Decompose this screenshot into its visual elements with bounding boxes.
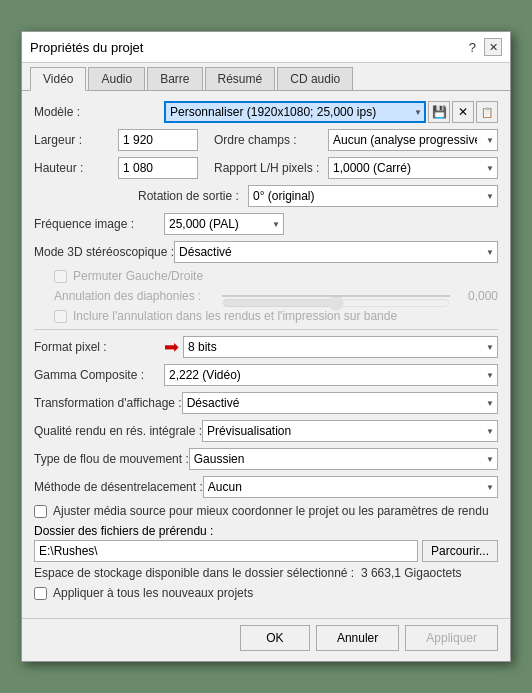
rotation-label: Rotation de sortie : [138, 189, 248, 203]
annuler-button[interactable]: Annuler [316, 625, 399, 651]
espace-value: 3 663,1 Gigaoctets [361, 566, 462, 580]
inclure-row: Inclure l'annulation dans les rendus et … [34, 309, 498, 323]
rapport-label: Rapport L/H pixels : [214, 161, 324, 175]
help-button[interactable]: ? [465, 40, 480, 55]
ordre-champs-wrapper: Aucun (analyse progressive) [328, 129, 498, 151]
delete-icon: ✕ [458, 105, 468, 119]
hauteur-rapport-row: Hauteur : Rapport L/H pixels : 1,0000 (C… [34, 157, 498, 179]
appliquer-tous-checkbox[interactable] [34, 587, 47, 600]
tab-audio[interactable]: Audio [88, 67, 145, 90]
save-icon: 💾 [432, 105, 447, 119]
dossier-input[interactable] [34, 540, 418, 562]
title-bar-controls: ? ✕ [465, 38, 502, 56]
rotation-select[interactable]: 0° (original) [248, 185, 498, 207]
hauteur-input[interactable] [118, 157, 198, 179]
frequence-row: Fréquence image : 25,000 (PAL) [34, 213, 498, 235]
format-pixel-wrapper: 8 bits [183, 336, 498, 358]
methode-row: Méthode de désentrelacement : Aucun [34, 476, 498, 498]
mode3d-label: Mode 3D stéréoscopique : [34, 245, 174, 259]
gamma-select[interactable]: 2,222 (Vidéo) [164, 364, 498, 386]
annulation-slider-track [222, 295, 450, 297]
delete-model-button[interactable]: ✕ [452, 101, 474, 123]
type-flou-wrapper: Gaussien [189, 448, 498, 470]
tab-resume[interactable]: Résumé [205, 67, 276, 90]
transformation-label: Transformation d'affichage : [34, 396, 182, 410]
modele-select[interactable]: Personnaliser (1920x1080; 25,000 ips) [164, 101, 426, 123]
methode-wrapper: Aucun [203, 476, 498, 498]
gamma-wrapper: 2,222 (Vidéo) [164, 364, 498, 386]
modele-select-wrapper: Personnaliser (1920x1080; 25,000 ips) [164, 101, 426, 123]
appliquer-tous-row: Appliquer à tous les nouveaux projets [34, 586, 498, 600]
type-flou-row: Type de flou de mouvement : Gaussien [34, 448, 498, 470]
largeur-label: Largeur : [34, 133, 114, 147]
tab-cd-audio[interactable]: CD audio [277, 67, 353, 90]
tab-bar: Vidéo Audio Barre Résumé CD audio [22, 63, 510, 91]
storage-info: Espace de stockage disponible dans le do… [34, 566, 498, 580]
arrow-indicator: ➡ [164, 336, 179, 358]
transformation-row: Transformation d'affichage : Désactivé [34, 392, 498, 414]
tab-video[interactable]: Vidéo [30, 67, 86, 91]
annulation-value: 0,000 [458, 289, 498, 303]
inclure-checkbox[interactable] [54, 310, 67, 323]
type-flou-label: Type de flou de mouvement : [34, 452, 189, 466]
rapport-wrapper: 1,0000 (Carré) [328, 157, 498, 179]
transformation-select[interactable]: Désactivé [182, 392, 498, 414]
permuter-row: Permuter Gauche/Droite [34, 269, 498, 283]
annulation-label: Annulation des diaphonies : [54, 289, 214, 303]
ordre-champs-item: Ordre champs : Aucun (analyse progressiv… [214, 129, 498, 151]
rapport-select[interactable]: 1,0000 (Carré) [328, 157, 498, 179]
button-row: OK Annuler Appliquer [22, 618, 510, 661]
dossier-label: Dossier des fichiers de prérendu : [34, 524, 213, 538]
format-pixel-label: Format pixel : [34, 340, 164, 354]
title-bar: Propriétés du projet ? ✕ [22, 32, 510, 63]
tab-barre[interactable]: Barre [147, 67, 202, 90]
rotation-row: Rotation de sortie : 0° (original) [34, 185, 498, 207]
gamma-row: Gamma Composite : 2,222 (Vidéo) [34, 364, 498, 386]
ajuster-checkbox[interactable] [34, 505, 47, 518]
format-pixel-select[interactable]: 8 bits [183, 336, 498, 358]
save-model-button[interactable]: 💾 [428, 101, 450, 123]
largeur-ordre-row: Largeur : Ordre champs : Aucun (analyse … [34, 129, 498, 151]
ajuster-label: Ajuster média source pour mieux coordonn… [53, 504, 489, 518]
qualite-label: Qualité rendu en rés. intégrale : [34, 424, 202, 438]
parcourir-button[interactable]: Parcourir... [422, 540, 498, 562]
appliquer-tous-label: Appliquer à tous les nouveaux projets [53, 586, 253, 600]
dossier-row: Parcourir... [34, 540, 498, 562]
qualite-row: Qualité rendu en rés. intégrale : Prévis… [34, 420, 498, 442]
copy-icon: 📋 [481, 107, 493, 118]
qualite-select[interactable]: Prévisualisation [202, 420, 498, 442]
frequence-wrapper: 25,000 (PAL) [164, 213, 284, 235]
project-properties-dialog: Propriétés du projet ? ✕ Vidéo Audio Bar… [21, 31, 511, 662]
permuter-label: Permuter Gauche/Droite [73, 269, 203, 283]
frequence-select[interactable]: 25,000 (PAL) [164, 213, 284, 235]
annulation-slider[interactable] [222, 295, 450, 311]
ordre-champs-label: Ordre champs : [214, 133, 324, 147]
frequence-label: Fréquence image : [34, 217, 164, 231]
inclure-label: Inclure l'annulation dans les rendus et … [73, 309, 397, 323]
video-tab-content: Modèle : Personnaliser (1920x1080; 25,00… [22, 91, 510, 618]
mode3d-wrapper: Désactivé [174, 241, 498, 263]
ok-button[interactable]: OK [240, 625, 310, 651]
type-flou-select[interactable]: Gaussien [189, 448, 498, 470]
modele-row: Modèle : Personnaliser (1920x1080; 25,00… [34, 101, 498, 123]
format-pixel-row: Format pixel : ➡ 8 bits [34, 336, 498, 358]
separator-1 [34, 329, 498, 330]
mode3d-row: Mode 3D stéréoscopique : Désactivé [34, 241, 498, 263]
dossier-label-row: Dossier des fichiers de prérendu : [34, 524, 498, 538]
hauteur-item: Hauteur : [34, 157, 198, 179]
modele-label: Modèle : [34, 105, 164, 119]
mode3d-select[interactable]: Désactivé [174, 241, 498, 263]
close-button[interactable]: ✕ [484, 38, 502, 56]
copy-model-button[interactable]: 📋 [476, 101, 498, 123]
espace-label: Espace de stockage disponible dans le do… [34, 566, 354, 580]
largeur-item: Largeur : [34, 129, 198, 151]
ordre-champs-select[interactable]: Aucun (analyse progressive) [328, 129, 498, 151]
transformation-wrapper: Désactivé [182, 392, 498, 414]
rotation-wrapper: 0° (original) [248, 185, 498, 207]
methode-select[interactable]: Aucun [203, 476, 498, 498]
hauteur-label: Hauteur : [34, 161, 114, 175]
appliquer-button[interactable]: Appliquer [405, 625, 498, 651]
gamma-label: Gamma Composite : [34, 368, 164, 382]
permuter-checkbox[interactable] [54, 270, 67, 283]
largeur-input[interactable] [118, 129, 198, 151]
